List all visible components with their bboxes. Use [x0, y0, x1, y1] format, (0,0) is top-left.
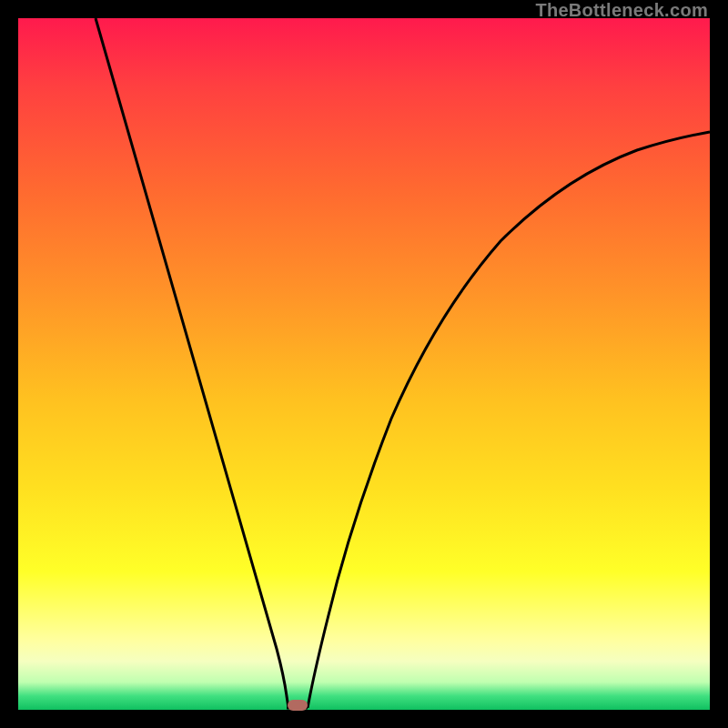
chart-frame: [18, 18, 710, 710]
watermark-text: TheBottleneck.com: [535, 0, 708, 21]
min-marker: [288, 700, 308, 711]
bottleneck-curve: [18, 18, 710, 710]
curve-right-branch: [308, 132, 710, 708]
curve-left-branch: [96, 18, 288, 708]
